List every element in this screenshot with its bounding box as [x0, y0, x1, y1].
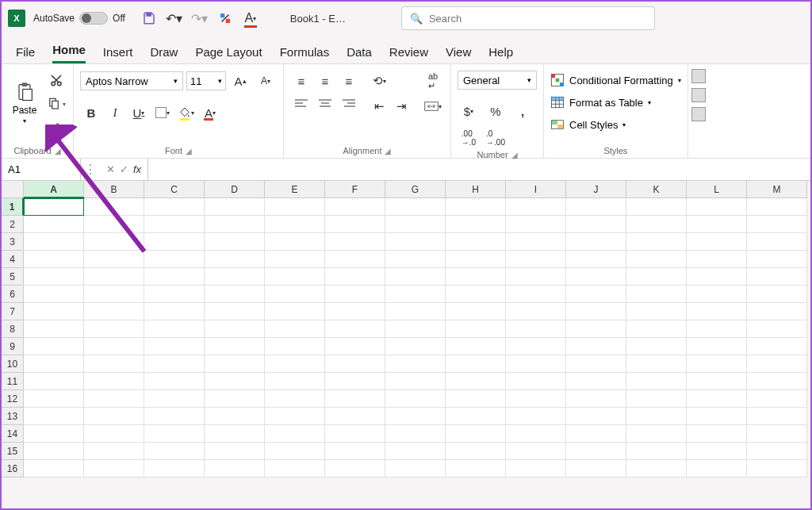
- column-header-H[interactable]: H: [446, 181, 506, 198]
- row-header-1[interactable]: 1: [2, 198, 24, 216]
- cell-G2[interactable]: [385, 216, 446, 233]
- row-header-10[interactable]: 10: [2, 355, 24, 373]
- tab-file[interactable]: File: [16, 45, 35, 63]
- cell-A3[interactable]: [24, 233, 84, 251]
- cell-G9[interactable]: [385, 338, 446, 355]
- cell-J4[interactable]: [566, 251, 626, 268]
- cell-K2[interactable]: [626, 216, 687, 233]
- autosave-toggle[interactable]: AutoSave Off: [33, 12, 125, 25]
- cell-G11[interactable]: [385, 373, 446, 390]
- tab-view[interactable]: View: [446, 45, 471, 63]
- cell-I16[interactable]: [506, 460, 566, 477]
- cell-M4[interactable]: [747, 251, 807, 268]
- cell-D10[interactable]: [205, 355, 265, 373]
- enter-formula-button[interactable]: ✓: [120, 163, 128, 175]
- cell-G14[interactable]: [385, 425, 446, 443]
- cell-L14[interactable]: [687, 425, 747, 443]
- cell-F13[interactable]: [325, 408, 385, 425]
- cell-B6[interactable]: [84, 286, 144, 303]
- cell-G8[interactable]: [385, 320, 446, 338]
- cell-G3[interactable]: [385, 233, 446, 251]
- cell-F12[interactable]: [325, 390, 385, 408]
- cell-I5[interactable]: [506, 268, 566, 286]
- cut-button[interactable]: [46, 71, 67, 90]
- cell-E4[interactable]: [265, 251, 325, 268]
- cell-L11[interactable]: [687, 373, 747, 390]
- cell-A5[interactable]: [24, 268, 84, 286]
- cell-I8[interactable]: [506, 320, 566, 338]
- cell-J5[interactable]: [566, 268, 626, 286]
- cell-F7[interactable]: [325, 303, 385, 320]
- cell-M9[interactable]: [747, 338, 807, 355]
- insert-icon[interactable]: [691, 69, 706, 83]
- font-color-button[interactable]: A▾: [199, 102, 221, 123]
- column-header-J[interactable]: J: [566, 181, 626, 198]
- cell-B7[interactable]: [84, 303, 144, 320]
- tab-help[interactable]: Help: [488, 45, 513, 63]
- cell-J10[interactable]: [566, 355, 626, 373]
- cell-L10[interactable]: [687, 355, 747, 373]
- clear-formatting-icon[interactable]: [217, 10, 233, 26]
- cell-J7[interactable]: [566, 303, 626, 320]
- cell-L5[interactable]: [687, 268, 747, 286]
- cell-D13[interactable]: [205, 408, 265, 425]
- cell-A11[interactable]: [24, 373, 84, 390]
- tab-page-layout[interactable]: Page Layout: [195, 45, 262, 63]
- cell-G12[interactable]: [385, 390, 446, 408]
- cell-G16[interactable]: [385, 460, 446, 477]
- cell-C3[interactable]: [144, 233, 205, 251]
- cell-C16[interactable]: [144, 460, 205, 477]
- cell-F16[interactable]: [325, 460, 385, 477]
- cell-H4[interactable]: [446, 251, 506, 268]
- column-header-L[interactable]: L: [687, 181, 747, 198]
- clipboard-dialog-launcher[interactable]: ◢: [55, 147, 61, 155]
- cell-A2[interactable]: [24, 216, 84, 233]
- cell-K14[interactable]: [626, 425, 687, 443]
- cell-D3[interactable]: [205, 233, 265, 251]
- cell-D12[interactable]: [205, 390, 265, 408]
- cell-M10[interactable]: [747, 355, 807, 373]
- cell-F15[interactable]: [325, 443, 385, 460]
- cell-D9[interactable]: [205, 338, 265, 355]
- increase-indent-button[interactable]: ⇥: [390, 96, 412, 117]
- conditional-formatting-button[interactable]: Conditional Formatting▾: [550, 71, 681, 90]
- cell-G10[interactable]: [385, 355, 446, 373]
- cell-I13[interactable]: [506, 408, 566, 425]
- cell-H9[interactable]: [446, 338, 506, 355]
- cell-H11[interactable]: [446, 373, 506, 390]
- cell-B9[interactable]: [84, 338, 144, 355]
- copy-button[interactable]: ▾: [46, 94, 67, 113]
- font-name-select[interactable]: Aptos Narrow▾: [80, 71, 183, 90]
- cell-C10[interactable]: [144, 355, 205, 373]
- cell-G7[interactable]: [385, 303, 446, 320]
- cell-M8[interactable]: [747, 320, 807, 338]
- cell-K11[interactable]: [626, 373, 687, 390]
- cell-H6[interactable]: [446, 286, 506, 303]
- cell-K12[interactable]: [626, 390, 687, 408]
- tab-review[interactable]: Review: [389, 45, 428, 63]
- row-header-14[interactable]: 14: [2, 425, 24, 443]
- row-header-5[interactable]: 5: [2, 268, 24, 286]
- select-all-corner[interactable]: [2, 181, 24, 198]
- cell-M16[interactable]: [747, 460, 807, 477]
- cell-M12[interactable]: [747, 390, 807, 408]
- accounting-format-button[interactable]: $▾: [458, 101, 480, 121]
- wrap-text-button[interactable]: ab↵: [422, 71, 444, 91]
- cell-I1[interactable]: [506, 198, 566, 216]
- cell-A13[interactable]: [24, 408, 84, 425]
- cell-G15[interactable]: [385, 443, 446, 460]
- cell-F2[interactable]: [325, 216, 385, 233]
- column-header-I[interactable]: I: [506, 181, 566, 198]
- cell-F11[interactable]: [325, 373, 385, 390]
- cell-E7[interactable]: [265, 303, 325, 320]
- cell-H12[interactable]: [446, 390, 506, 408]
- cell-E16[interactable]: [265, 460, 325, 477]
- cell-E2[interactable]: [265, 216, 325, 233]
- cell-E13[interactable]: [265, 408, 325, 425]
- cell-K5[interactable]: [626, 268, 687, 286]
- cell-H3[interactable]: [446, 233, 506, 251]
- cell-C14[interactable]: [144, 425, 205, 443]
- formula-input[interactable]: [148, 159, 810, 180]
- column-header-D[interactable]: D: [205, 181, 265, 198]
- cell-L12[interactable]: [687, 390, 747, 408]
